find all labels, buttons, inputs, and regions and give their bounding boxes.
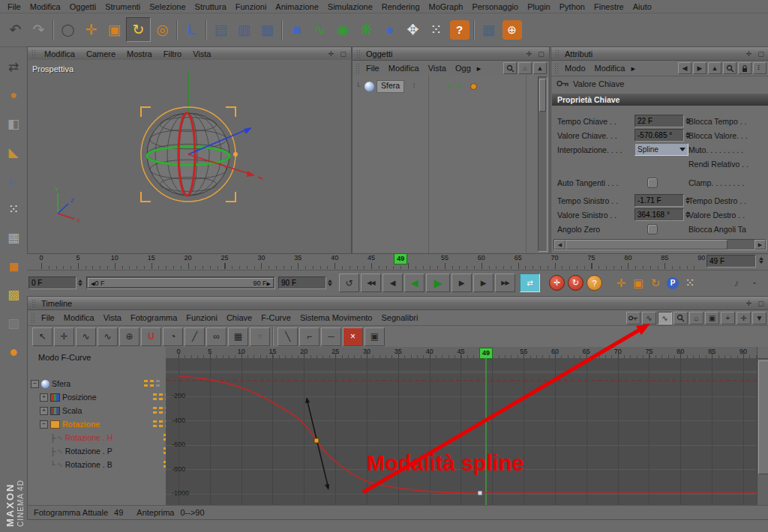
render-view-icon[interactable]: ▤ [209, 18, 232, 41]
link-managers-icon[interactable]: + [721, 312, 735, 324]
spinner-arrows[interactable] [758, 255, 764, 266]
edges-mode-icon[interactable]: ▦ [2, 226, 25, 249]
camera-key-icon[interactable]: ▦ [228, 327, 248, 346]
record-parameter-icon[interactable]: P [664, 275, 681, 291]
move-keys-icon[interactable]: ✛ [54, 327, 74, 346]
curve-up-icon[interactable]: ∿ [76, 327, 96, 346]
timeline-menu-modifica[interactable]: Modifica [59, 313, 99, 322]
menu-strumenti[interactable]: Strumenti [100, 2, 145, 11]
tempo-chiave-field[interactable]: 22 F [634, 115, 684, 127]
hypernurbs-icon[interactable]: ◉ [332, 18, 355, 41]
help-icon[interactable]: ? [448, 18, 471, 41]
deformer-icon[interactable]: ● [378, 18, 401, 41]
drag-handle-icon[interactable] [31, 312, 36, 323]
polygons-mode-icon[interactable]: ◼ [2, 255, 25, 277]
last-tool-icon[interactable]: ◎ [151, 18, 174, 41]
select-keys-icon[interactable]: ↖ [32, 327, 52, 346]
frame-all-icon[interactable]: ⌂ [689, 312, 704, 324]
timeline-menu-file[interactable]: File [37, 313, 59, 322]
points-mode-icon[interactable]: ⁙ [2, 198, 25, 220]
next-frame-icon[interactable]: ▶ [452, 273, 472, 292]
tempo-sinistro-field[interactable]: -1.71 F [634, 194, 684, 207]
tree-item-rotazione-h[interactable]: ├ ∿ Rotazione . H [50, 431, 185, 444]
dock-icon[interactable]: ▼ [752, 312, 766, 324]
record-rotation-icon[interactable]: ↻ [647, 275, 664, 291]
step-interp-icon[interactable]: ⌐ [299, 327, 320, 346]
timeline-menu-funzioni[interactable]: Funzioni [182, 313, 222, 322]
tree-item-label[interactable]: Rotazione . B [65, 460, 112, 469]
menu-python[interactable]: Python [555, 2, 590, 11]
visibility-dots-icon[interactable]: ⠇ [412, 82, 418, 90]
section-header[interactable]: Proprietà Chiave [552, 94, 768, 106]
stopwatch-icon[interactable]: ◔ [163, 327, 183, 346]
array-objects-icon[interactable]: ❋ [355, 18, 378, 41]
scroll-thumb[interactable] [566, 240, 728, 250]
fcurve-canvas[interactable]: -200 -400 -600 -800 -1000 [166, 358, 757, 505]
render-settings-icon[interactable]: ▦ [256, 18, 279, 41]
attributes-menu-modifica[interactable]: Modifica [590, 64, 630, 73]
menu-file[interactable]: File [3, 2, 26, 11]
history-back-icon[interactable]: ◀ [678, 62, 692, 74]
tree-item-label[interactable]: Sfera [52, 379, 70, 388]
make-editable-icon[interactable]: ⇄ [2, 55, 25, 78]
scroll-right-icon[interactable]: ▶ [754, 240, 766, 250]
loop-mode-icon[interactable]: ⇄ [520, 273, 540, 292]
track-state-dots[interactable] [144, 380, 160, 387]
object-name[interactable]: Sfera [376, 80, 404, 93]
play-icon[interactable]: ▶ [426, 273, 450, 292]
auto-tangenti-checkbox[interactable] [647, 178, 658, 188]
key-point[interactable] [478, 491, 482, 495]
goto-start-icon[interactable]: ◀◀ [361, 273, 381, 292]
frame-selection-icon[interactable]: ▣ [705, 312, 719, 324]
menu-aiuto[interactable]: Aiuto [628, 2, 656, 11]
timeline-menu-fotogramma[interactable]: Fotogramma [126, 313, 182, 322]
maximize-view-icon[interactable]: ▢ [338, 49, 348, 58]
workplane-mode-icon[interactable]: ◣ [2, 141, 25, 163]
viewport-body[interactable]: Prospettiva [28, 60, 351, 253]
view-label[interactable]: Prospettiva [32, 64, 74, 73]
scale-tool-icon[interactable]: ▣ [103, 18, 126, 41]
timeline-menu-vista[interactable]: Vista [99, 313, 126, 322]
deform-check-icon[interactable]: ✓ [455, 82, 462, 91]
range-start-field[interactable]: 0 F [28, 276, 76, 289]
add-key-icon[interactable]: ⊕ [119, 327, 140, 346]
rotate-tool-icon[interactable]: ↻ [126, 17, 151, 42]
tree-item-label[interactable]: Posizione [62, 393, 97, 402]
scroll-left-icon[interactable]: ◀ [554, 240, 566, 250]
home-icon[interactable]: ⌂ [518, 62, 532, 74]
tree-item-label[interactable]: Scala [62, 406, 82, 415]
zoom-icon[interactable] [674, 312, 688, 324]
curve-down-icon[interactable]: ∿ [98, 327, 118, 346]
cycle-icon[interactable]: ↺ [339, 273, 359, 292]
maximize-view-icon[interactable]: ▢ [756, 298, 766, 308]
drag-handle-icon[interactable] [555, 49, 560, 58]
spline-mode-icon[interactable]: ∿ [658, 312, 672, 324]
timeline-menu-chiave[interactable]: Chiave [222, 313, 256, 322]
delete-keys-icon[interactable]: × [343, 327, 363, 346]
key-mode-icon[interactable] [626, 312, 640, 324]
ghost-keys-icon[interactable]: ▣ [364, 327, 385, 346]
current-frame-marker[interactable]: 49 [479, 348, 493, 359]
goto-end-icon[interactable]: ▶▶ [495, 273, 515, 292]
record-options-icon[interactable]: ? [586, 275, 602, 291]
drag-handle-icon[interactable] [554, 63, 560, 73]
record-keyframe-icon[interactable]: ✛ [549, 275, 565, 291]
coordinate-system-icon[interactable]: L [180, 18, 203, 41]
menu-finestre[interactable]: Finestre [590, 2, 628, 11]
scene-objects-icon[interactable]: ✥ [401, 18, 424, 41]
menu-overflow-icon[interactable]: ▸ [476, 64, 483, 73]
spinner-arrows[interactable] [326, 277, 333, 288]
tree-item-rotazione-b[interactable]: └ ∿ Rotazione . B [50, 458, 185, 471]
attributes-menu-modo[interactable]: Modo [560, 64, 590, 73]
menu-simulazione[interactable]: Simulazione [323, 2, 377, 11]
sphere-object-icon[interactable] [364, 82, 374, 91]
drag-handle-icon[interactable] [32, 299, 37, 307]
fcurve-frame-ruler[interactable]: 051015202530354045556065707580859049 [166, 347, 757, 359]
parent-object-icon[interactable]: ▲ [708, 62, 722, 74]
fcurve-mode-label[interactable]: Modo F-Curve [38, 353, 91, 362]
pan-view-icon[interactable]: ✛ [736, 312, 751, 324]
texture-mode-icon[interactable]: ◧ [2, 112, 25, 135]
search-icon[interactable] [503, 62, 517, 74]
viewport-canvas[interactable]: Y X Z [28, 60, 350, 239]
up-level-icon[interactable]: ▲ [533, 62, 547, 74]
